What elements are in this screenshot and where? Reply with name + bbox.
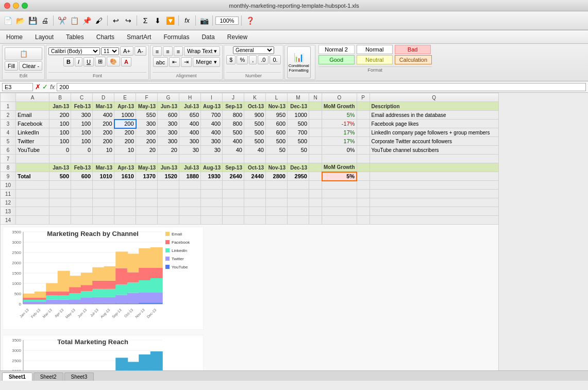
cell-n6[interactable] bbox=[309, 146, 322, 155]
cell-n2[interactable] bbox=[309, 111, 322, 120]
zoom-input[interactable]: 100% bbox=[215, 16, 239, 25]
format-calculation[interactable]: Calculation bbox=[395, 55, 432, 64]
cell-m1[interactable]: Dec-13 bbox=[288, 102, 309, 111]
borders-button[interactable]: ⊞ bbox=[95, 57, 106, 66]
cell-h4[interactable]: 400 bbox=[179, 128, 201, 137]
cell-h5[interactable]: 300 bbox=[179, 137, 201, 146]
cell-j2[interactable]: 800 bbox=[223, 111, 244, 120]
col-M[interactable]: M bbox=[288, 93, 309, 102]
cell-p8[interactable] bbox=[357, 163, 369, 172]
cell-e5[interactable]: 200 bbox=[114, 137, 136, 146]
align-left-button[interactable]: ≡ bbox=[153, 46, 162, 56]
cell-k4[interactable]: 500 bbox=[244, 128, 266, 137]
conditional-formatting-button[interactable]: 📊 Conditional Formatting bbox=[287, 46, 311, 78]
col-N[interactable]: N bbox=[309, 93, 322, 102]
cell-j3[interactable]: 800 bbox=[223, 120, 244, 128]
number-format-select[interactable]: General bbox=[233, 46, 274, 54]
cell-q9[interactable] bbox=[369, 172, 498, 181]
cell-q5[interactable]: Corporate Twitter account followers bbox=[369, 137, 498, 146]
percent-button[interactable]: % bbox=[237, 55, 248, 64]
cell-n8[interactable] bbox=[309, 163, 322, 172]
comma-button[interactable]: , bbox=[249, 55, 257, 64]
cell-i5[interactable]: 300 bbox=[201, 137, 223, 146]
cut-icon[interactable]: ✂️ bbox=[56, 15, 68, 26]
cell-l8[interactable]: Nov-13 bbox=[266, 163, 288, 172]
cell-f8[interactable]: May-13 bbox=[136, 163, 158, 172]
confirm-icon[interactable]: ✓ bbox=[42, 83, 48, 91]
cell-j5[interactable]: 400 bbox=[223, 137, 244, 146]
cell-o5[interactable]: 17% bbox=[322, 137, 357, 146]
cell-m3[interactable]: 500 bbox=[288, 120, 309, 128]
cell-k9[interactable]: 2440 bbox=[244, 172, 266, 181]
cell-reference-input[interactable] bbox=[2, 83, 33, 91]
col-I[interactable]: I bbox=[201, 93, 223, 102]
cell-i9[interactable]: 1930 bbox=[201, 172, 223, 181]
cell-p6[interactable] bbox=[357, 146, 369, 155]
menu-review[interactable]: Review bbox=[221, 30, 254, 43]
currency-button[interactable]: $ bbox=[226, 55, 236, 64]
cell-p2[interactable] bbox=[357, 111, 369, 120]
cell-o9[interactable]: 5% bbox=[322, 172, 357, 181]
cell-c2[interactable]: 300 bbox=[71, 111, 93, 120]
cell-d4[interactable]: 200 bbox=[93, 128, 114, 137]
copy-icon[interactable]: 📋 bbox=[69, 15, 80, 26]
cell-i1[interactable]: Aug-13 bbox=[201, 102, 223, 111]
cell-m2[interactable]: 1000 bbox=[288, 111, 309, 120]
sheet-tab-1[interactable]: Sheet1 bbox=[2, 372, 32, 381]
cell-p1[interactable] bbox=[357, 102, 369, 111]
cell-n3[interactable] bbox=[309, 120, 322, 128]
col-D[interactable]: D bbox=[93, 93, 114, 102]
cell-o2[interactable]: 5% bbox=[322, 111, 357, 120]
col-A[interactable]: A bbox=[16, 93, 49, 102]
cell-m8[interactable]: Dec-13 bbox=[288, 163, 309, 172]
cell-g9[interactable]: 1520 bbox=[158, 172, 179, 181]
cell-h8[interactable]: Jul-13 bbox=[179, 163, 201, 172]
cell-c9[interactable]: 600 bbox=[71, 172, 93, 181]
cell-k6[interactable]: 40 bbox=[244, 146, 266, 155]
cell-m4[interactable]: 700 bbox=[288, 128, 309, 137]
cell-l2[interactable]: 950 bbox=[266, 111, 288, 120]
minimize-button[interactable] bbox=[13, 3, 19, 9]
menu-tables[interactable]: Tables bbox=[60, 30, 90, 43]
cell-l3[interactable]: 600 bbox=[266, 120, 288, 128]
menu-charts[interactable]: Charts bbox=[90, 30, 121, 43]
cell-a2[interactable]: Email bbox=[16, 111, 49, 120]
cell-c4[interactable]: 100 bbox=[71, 128, 93, 137]
font-color-button[interactable]: A bbox=[121, 57, 131, 66]
cell-f4[interactable]: 300 bbox=[136, 128, 158, 137]
cell-i2[interactable]: 700 bbox=[201, 111, 223, 120]
fx-icon[interactable]: fx bbox=[181, 15, 193, 26]
sheet-wrapper[interactable]: A B C D E F G H I J K L M N O P Q bbox=[0, 93, 588, 370]
cell-l4[interactable]: 600 bbox=[266, 128, 288, 137]
sheet-tab-3[interactable]: Sheet3 bbox=[64, 372, 94, 381]
cell-b5[interactable]: 100 bbox=[49, 137, 71, 146]
col-J[interactable]: J bbox=[223, 93, 244, 102]
sort-icon[interactable]: ⬇ bbox=[152, 15, 163, 26]
cell-d2[interactable]: 400 bbox=[93, 111, 114, 120]
cell-j6[interactable]: 40 bbox=[223, 146, 244, 155]
cell-f2[interactable]: 550 bbox=[136, 111, 158, 120]
merge-button[interactable]: Merge ▾ bbox=[193, 57, 220, 67]
font-name-select[interactable]: Calibri (Body) bbox=[48, 47, 100, 55]
help-icon[interactable]: ❓ bbox=[244, 15, 256, 26]
cell-i8[interactable]: Aug-13 bbox=[201, 163, 223, 172]
cell-e4[interactable]: 200 bbox=[114, 128, 136, 137]
cell-c8[interactable]: Feb-13 bbox=[71, 163, 93, 172]
cell-g2[interactable]: 600 bbox=[158, 111, 179, 120]
cell-k5[interactable]: 500 bbox=[244, 137, 266, 146]
indent-dec-button[interactable]: ⇤ bbox=[169, 57, 180, 67]
cell-m9[interactable]: 2950 bbox=[288, 172, 309, 181]
col-H[interactable]: H bbox=[179, 93, 201, 102]
cell-q2[interactable]: Email addresses in the database bbox=[369, 111, 498, 120]
formula-input[interactable] bbox=[57, 83, 586, 91]
undo-icon[interactable]: ↩ bbox=[110, 15, 122, 26]
cell-q1[interactable]: Description bbox=[369, 102, 498, 111]
cell-b6[interactable]: 0 bbox=[49, 146, 71, 155]
cell-o1[interactable]: MoM Growth bbox=[322, 102, 357, 111]
format-bad[interactable]: Bad bbox=[395, 45, 431, 54]
cell-e1[interactable]: Apr-13 bbox=[114, 102, 136, 111]
cell-g5[interactable]: 300 bbox=[158, 137, 179, 146]
clear-button[interactable]: Clear - bbox=[19, 61, 42, 71]
cell-h9[interactable]: 1880 bbox=[179, 172, 201, 181]
font-size-select[interactable]: 11 bbox=[101, 47, 119, 55]
